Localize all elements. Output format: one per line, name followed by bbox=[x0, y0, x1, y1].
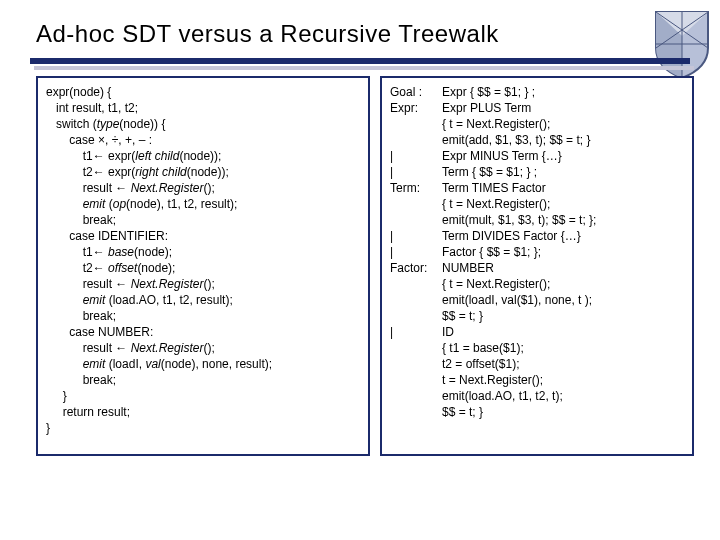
grammar-body: t = Next.Register(); bbox=[442, 372, 684, 388]
grammar-label: Goal : bbox=[390, 84, 442, 100]
grammar-label bbox=[390, 388, 442, 404]
grammar-row: |Expr MINUS Term {…} bbox=[390, 148, 684, 164]
grammar-row: { t = Next.Register(); bbox=[390, 276, 684, 292]
grammar-label: | bbox=[390, 324, 442, 340]
grammar-label bbox=[390, 404, 442, 420]
code-line: emit (op(node), t1, t2, result); bbox=[46, 197, 237, 211]
code-line: } bbox=[46, 421, 50, 435]
code-line: t1← expr(left child(node)); bbox=[46, 149, 221, 163]
code-line: t1← base(node); bbox=[46, 245, 172, 259]
grammar-label bbox=[390, 212, 442, 228]
grammar-row: Factor:NUMBER bbox=[390, 260, 684, 276]
code-line: result ← Next.Register(); bbox=[46, 181, 215, 195]
code-line: t2← expr(right child(node)); bbox=[46, 165, 229, 179]
grammar-label bbox=[390, 308, 442, 324]
grammar-row: |Term { $$ = $1; } ; bbox=[390, 164, 684, 180]
grammar-row: emit(add, $1, $3, t); $$ = t; } bbox=[390, 132, 684, 148]
grammar-body: { t = Next.Register(); bbox=[442, 196, 684, 212]
grammar-label: | bbox=[390, 148, 442, 164]
grammar-body: emit(load.AO, t1, t2, t); bbox=[442, 388, 684, 404]
grammar-row: |Factor { $$ = $1; }; bbox=[390, 244, 684, 260]
code-line: break; bbox=[46, 213, 116, 227]
grammar-label: | bbox=[390, 228, 442, 244]
grammar-row: $$ = t; } bbox=[390, 404, 684, 420]
grammar-body: Term { $$ = $1; } ; bbox=[442, 164, 684, 180]
code-line: case NUMBER: bbox=[46, 325, 153, 339]
grammar-row: emit(loadI, val($1), none, t ); bbox=[390, 292, 684, 308]
grammar-label bbox=[390, 276, 442, 292]
grammar-label: Expr: bbox=[390, 100, 442, 116]
grammar-body: t2 = offset($1); bbox=[442, 356, 684, 372]
code-line: int result, t1, t2; bbox=[46, 101, 138, 115]
grammar-body: { t = Next.Register(); bbox=[442, 116, 684, 132]
grammar-body: Expr MINUS Term {…} bbox=[442, 148, 684, 164]
grammar-body: Expr { $$ = $1; } ; bbox=[442, 84, 684, 100]
grammar-body: emit(mult, $1, $3, t); $$ = t; }; bbox=[442, 212, 684, 228]
treewalk-code-panel: expr(node) { int result, t1, t2; switch … bbox=[36, 76, 370, 456]
grammar-row: { t = Next.Register(); bbox=[390, 196, 684, 212]
code-line: case ×, ÷, +, – : bbox=[46, 133, 152, 147]
grammar-row: { t1 = base($1); bbox=[390, 340, 684, 356]
grammar-row: t = Next.Register(); bbox=[390, 372, 684, 388]
grammar-label bbox=[390, 292, 442, 308]
code-line: result ← Next.Register(); bbox=[46, 277, 215, 291]
grammar-row: |Term DIVIDES Factor {…} bbox=[390, 228, 684, 244]
title-rule bbox=[30, 58, 690, 64]
title-rule-shadow bbox=[34, 66, 694, 70]
grammar-label: | bbox=[390, 164, 442, 180]
grammar-body: Expr PLUS Term bbox=[442, 100, 684, 116]
code-line: case IDENTIFIER: bbox=[46, 229, 168, 243]
grammar-body: $$ = t; } bbox=[442, 308, 684, 324]
code-line: emit (loadI, val(node), none, result); bbox=[46, 357, 272, 371]
grammar-body: ID bbox=[442, 324, 684, 340]
grammar-body: Factor { $$ = $1; }; bbox=[442, 244, 684, 260]
code-line: break; bbox=[46, 309, 116, 323]
grammar-label bbox=[390, 372, 442, 388]
grammar-body: emit(add, $1, $3, t); $$ = t; } bbox=[442, 132, 684, 148]
grammar-label: | bbox=[390, 244, 442, 260]
code-line: expr(node) { bbox=[46, 85, 111, 99]
grammar-label bbox=[390, 340, 442, 356]
grammar-body: Term TIMES Factor bbox=[442, 180, 684, 196]
grammar-label: Factor: bbox=[390, 260, 442, 276]
grammar-label bbox=[390, 196, 442, 212]
grammar-row: Expr:Expr PLUS Term bbox=[390, 100, 684, 116]
code-line: return result; bbox=[46, 405, 130, 419]
grammar-row: { t = Next.Register(); bbox=[390, 116, 684, 132]
grammar-label: Term: bbox=[390, 180, 442, 196]
grammar-label bbox=[390, 356, 442, 372]
grammar-label bbox=[390, 116, 442, 132]
code-line: } bbox=[46, 389, 67, 403]
grammar-row: Goal :Expr { $$ = $1; } ; bbox=[390, 84, 684, 100]
grammar-body: { t1 = base($1); bbox=[442, 340, 684, 356]
code-line: t2← offset(node); bbox=[46, 261, 175, 275]
grammar-body: emit(loadI, val($1), none, t ); bbox=[442, 292, 684, 308]
grammar-row: emit(load.AO, t1, t2, t); bbox=[390, 388, 684, 404]
grammar-row: t2 = offset($1); bbox=[390, 356, 684, 372]
code-block: expr(node) { int result, t1, t2; switch … bbox=[46, 84, 360, 436]
code-line: emit (load.AO, t1, t2, result); bbox=[46, 293, 233, 307]
grammar-label bbox=[390, 132, 442, 148]
sdt-grammar-panel: Goal :Expr { $$ = $1; } ; Expr:Expr PLUS… bbox=[380, 76, 694, 456]
code-line: break; bbox=[46, 373, 116, 387]
grammar-row: $$ = t; } bbox=[390, 308, 684, 324]
grammar-row: Term:Term TIMES Factor bbox=[390, 180, 684, 196]
grammar-row: emit(mult, $1, $3, t); $$ = t; }; bbox=[390, 212, 684, 228]
code-line: result ← Next.Register(); bbox=[46, 341, 215, 355]
code-line: switch (type(node)) { bbox=[46, 117, 165, 131]
grammar-body: NUMBER bbox=[442, 260, 684, 276]
grammar-body: $$ = t; } bbox=[442, 404, 684, 420]
grammar-body: Term DIVIDES Factor {…} bbox=[442, 228, 684, 244]
grammar-row: |ID bbox=[390, 324, 684, 340]
grammar-body: { t = Next.Register(); bbox=[442, 276, 684, 292]
slide-title: Ad-hoc SDT versus a Recursive Treewalk bbox=[36, 20, 499, 48]
